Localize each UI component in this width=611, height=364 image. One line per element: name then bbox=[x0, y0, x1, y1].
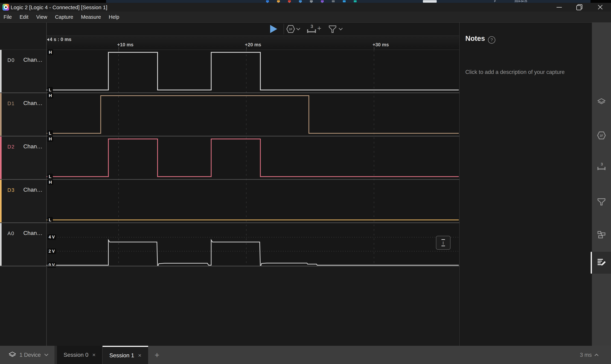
close-tab-icon[interactable]: × bbox=[92, 352, 96, 358]
taskbar-clock-fragment: P bbox=[494, 0, 496, 3]
vertical-arrows-icon: ↕ bbox=[442, 240, 444, 245]
trigger-icon[interactable]: 1F bbox=[286, 25, 295, 33]
taskbar-sliver: P 2024-04-25 bbox=[0, 0, 611, 3]
taskbar-strip: P 2024-04-25 bbox=[106, 0, 590, 3]
menu-view[interactable]: View bbox=[36, 14, 47, 20]
measurements-icon[interactable]: 3 bbox=[307, 24, 316, 34]
menu-measure[interactable]: Measure bbox=[81, 14, 101, 20]
minimize-button[interactable] bbox=[551, 3, 567, 12]
scale-bottom-bar-icon bbox=[442, 246, 445, 246]
chevron-down-icon[interactable] bbox=[296, 27, 300, 31]
taskbar-active-app-pill bbox=[423, 0, 437, 3]
tab-label: Session 1 bbox=[109, 352, 134, 359]
menu-bar: File Edit View Capture Measure Help bbox=[0, 12, 611, 23]
close-button[interactable] bbox=[592, 3, 608, 12]
device-selector[interactable]: 1 Device bbox=[0, 346, 54, 364]
menu-file[interactable]: File bbox=[3, 14, 12, 20]
annotations-icon[interactable] bbox=[597, 258, 606, 266]
tab-label: Session 0 bbox=[64, 352, 88, 358]
taskbar-app-icon bbox=[310, 0, 313, 2]
device-icon bbox=[9, 351, 16, 359]
menu-help[interactable]: Help bbox=[109, 14, 119, 20]
chevron-up-icon bbox=[594, 353, 599, 356]
taskbar-app-icon bbox=[288, 0, 291, 2]
svg-text:3: 3 bbox=[601, 162, 603, 166]
timing-window-control[interactable]: 3 ms bbox=[580, 346, 599, 364]
taskbar-app-icon bbox=[354, 0, 357, 2]
trigger-sidebar-icon[interactable]: 1F bbox=[597, 131, 606, 140]
app-logo-icon bbox=[2, 4, 9, 11]
title-bar: Logic 2 [Logic 4 - Connected] [Session 1… bbox=[0, 3, 611, 12]
notes-title: Notes bbox=[465, 35, 485, 42]
device-label: 1 Device bbox=[19, 352, 41, 358]
channel-column bbox=[0, 23, 46, 346]
capture-toolbar: 1F 3 + bbox=[46, 23, 459, 36]
taskbar-app-icon bbox=[299, 0, 302, 2]
menu-capture[interactable]: Capture bbox=[55, 14, 73, 20]
filters-sidebar-icon[interactable] bbox=[597, 197, 606, 206]
tab-session-1[interactable]: Session 1 × bbox=[103, 346, 148, 364]
taskbar-app-icon bbox=[266, 0, 269, 2]
column-divider bbox=[46, 23, 47, 346]
chevron-down-icon bbox=[44, 353, 49, 357]
filter-icon[interactable] bbox=[328, 25, 337, 33]
close-icon bbox=[597, 4, 603, 10]
extensions-icon[interactable] bbox=[597, 230, 606, 239]
waveform-canvas[interactable] bbox=[46, 50, 459, 266]
analog-scale-button[interactable]: ↕ bbox=[436, 236, 451, 250]
window-title: Logic 2 [Logic 4 - Connected] [Session 1… bbox=[11, 4, 107, 11]
menu-edit[interactable]: Edit bbox=[20, 14, 28, 20]
notes-description-placeholder[interactable]: Click to add a description of your captu… bbox=[465, 69, 565, 75]
tab-session-0[interactable]: Session 0 × bbox=[57, 346, 102, 364]
measurements-sidebar-icon[interactable]: 3 bbox=[597, 162, 606, 171]
svg-text:1F: 1F bbox=[289, 27, 292, 31]
close-tab-icon[interactable]: × bbox=[138, 352, 142, 359]
new-session-button[interactable]: + bbox=[151, 346, 163, 364]
timeline-origin: 4 s : 0 ms bbox=[47, 37, 71, 42]
timing-window-label: 3 ms bbox=[580, 352, 592, 358]
taskbar-date: 2024-04-25 bbox=[514, 0, 527, 3]
taskbar-app-icon bbox=[277, 0, 280, 2]
notes-panel-divider bbox=[459, 23, 460, 346]
help-icon[interactable]: ? bbox=[488, 36, 495, 44]
toolbar-divider bbox=[284, 24, 284, 34]
tab-gap bbox=[54, 346, 57, 364]
taskbar-app-icon bbox=[332, 0, 335, 2]
restore-button[interactable] bbox=[572, 3, 587, 12]
restore-icon bbox=[576, 4, 582, 10]
svg-text:1F: 1F bbox=[600, 134, 603, 137]
play-button[interactable] bbox=[270, 25, 277, 33]
timeline-ruler[interactable] bbox=[46, 36, 459, 50]
add-measurement-button[interactable]: + bbox=[317, 24, 321, 32]
right-sidebar-rail bbox=[592, 23, 611, 364]
taskbar-app-icon bbox=[321, 0, 324, 2]
minimize-icon bbox=[557, 7, 562, 8]
analyzers-icon[interactable] bbox=[597, 98, 606, 106]
timeline-origin-label: 4 s : 0 ms bbox=[50, 37, 71, 42]
collapsed-marker-icon bbox=[47, 38, 49, 41]
taskbar-app-icon bbox=[343, 0, 346, 2]
help-glyph: ? bbox=[490, 38, 493, 42]
rail-active-indicator bbox=[591, 252, 592, 274]
svg-text:3: 3 bbox=[311, 24, 313, 29]
chevron-down-icon[interactable] bbox=[338, 27, 343, 31]
